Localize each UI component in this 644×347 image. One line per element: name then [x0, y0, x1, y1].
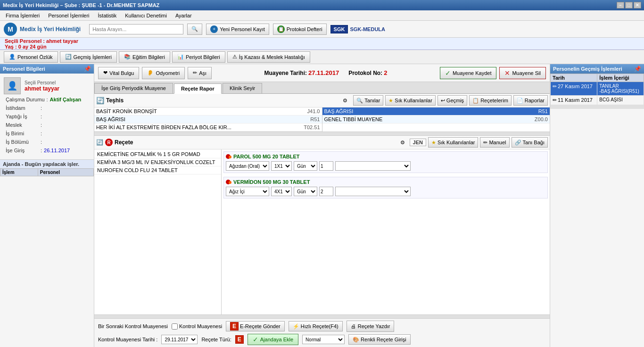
nav-gecmis-islemler[interactable]: 🔄 Geçmiş İşlemleri — [60, 51, 117, 63]
recete-turu-row: Kontrol Muayenesi Tarihi : 29.11.2017 Re… — [98, 334, 546, 345]
table-row[interactable]: BAŞ AĞRISI R51 — [322, 107, 550, 116]
drug-route-select-1[interactable]: Ağızdan (Oral) Ağız İçi IV IM — [226, 161, 269, 171]
tab-klinik-seyir[interactable]: Klinik Seyir — [223, 83, 262, 93]
list-item[interactable]: KEMİCETİNE OFTALMİK % 1 5 GR POMAD — [94, 150, 221, 158]
list-item[interactable]: KEMİVA 3 MG/3 ML IV ENJEKSİYONLUK COZELT — [94, 158, 221, 166]
recete-left: KEMİCETİNE OFTALMİK % 1 5 GR POMAD KEMİV… — [94, 149, 222, 314]
drug-period-select-2[interactable]: Gün Hafta Ay — [294, 187, 317, 196]
meslek-field: Meslek : — [4, 122, 90, 128]
star-icon-recete: ★ — [431, 140, 436, 146]
drug-note-select-2[interactable] — [335, 187, 411, 196]
tab-ise-giris[interactable]: İşe Giriş Periyodik Muayene — [94, 83, 173, 93]
recete-yazdir-btn[interactable]: 🖨 Reçete Yazdır — [347, 321, 395, 332]
muayene-tarih-block: Muayene Tarihi: 27.11.2017 — [264, 69, 339, 76]
menu-istatistik[interactable]: İstatistik — [94, 12, 121, 19]
selected-label: Seçili Personel — [25, 80, 59, 85]
egitim-icon: 📚 — [124, 54, 131, 60]
sik-kullanilanlar-teshis-btn[interactable]: ★ Sık Kullanılanlar — [385, 95, 436, 106]
muayene-sil-btn[interactable]: ✕ Muayene Sil — [499, 67, 546, 79]
drug-qty-input-1[interactable] — [319, 161, 333, 171]
history-tarih-1: ✏ 27 Kasım 2017 — [551, 82, 597, 96]
calisma-value: Aktif Çalışan — [50, 97, 82, 102]
nav-personel-ozluk[interactable]: 👤 Personel Özlük — [4, 51, 58, 63]
renkli-recete-btn[interactable]: 🎨 Renkli Reçete Girişi — [348, 334, 411, 345]
muayene-tarih-label: Muayene Tarihi: — [264, 70, 307, 76]
asi-btn[interactable]: ✏ Aşı — [188, 67, 212, 79]
personel-ozluk-icon: 👤 — [9, 54, 16, 60]
table-row[interactable]: HER İKİ ALT EKSTREMİTE BİRDEN FAZLA BÖLG… — [94, 124, 322, 132]
kontrol-checkbox[interactable] — [172, 323, 178, 330]
protokol-button[interactable]: 📋 Protokol Defteri — [273, 24, 327, 35]
drug-controls-2: Ağız İçi Ağızdan (Oral) IV IM 4X1 1X1 2X… — [226, 187, 545, 196]
name-block: Seçili Personel ahmet tayyar — [25, 80, 59, 92]
vital-bulgu-btn[interactable]: ❤ Vital Bulgu — [98, 67, 139, 79]
drug-qty-input-2[interactable] — [319, 187, 333, 196]
new-personnel-button[interactable]: + Yeni Personel Kayıt — [206, 24, 269, 35]
app-logo-icon: M — [4, 23, 17, 36]
table-row[interactable]: GENEL TIBBİ MUAYENE Z00.0 — [322, 116, 550, 124]
nav-is-kazasi[interactable]: ⚠ İş Kazası & Meslek Hastalığı — [227, 51, 310, 63]
right-panel-header: Personelin Geçmiş İşlemleri 📌 — [550, 64, 644, 74]
recetelerim-btn[interactable]: 📋 Reçetelerim — [469, 95, 512, 106]
table-row[interactable]: ✏ 11 Kasım 2017 BCG AŞISI — [551, 96, 644, 105]
drug-freq-select-2[interactable]: 4X1 1X1 2X1 3X1 — [271, 187, 292, 196]
drug-freq-select-1[interactable]: 1X1 2X1 3X1 4X1 — [271, 161, 292, 171]
teshis-title: Teşhis — [106, 97, 124, 104]
ajandaya-ekle-btn[interactable]: ✓ Ajandaya Ekle — [248, 334, 298, 345]
search-button[interactable]: 🔍 — [187, 24, 202, 35]
edit-icon-1: ✏ — [553, 83, 557, 90]
drug-route-select-2[interactable]: Ağız İçi Ağızdan (Oral) IV IM — [226, 187, 269, 196]
gecmis-icon2: ↩ — [441, 98, 445, 104]
sik-kullanilanlar-recete-btn[interactable]: ★ Sık Kullanılanlar — [428, 137, 479, 148]
is-kazasi-icon: ⚠ — [232, 54, 237, 60]
diag-code-r: Z00.0 — [497, 116, 550, 124]
logo-text: Medix İş Yeri Hekimliği — [20, 26, 81, 33]
right-panel-title: Personelin Geçmiş İşlemleri — [553, 66, 622, 72]
muayene-action-btns: ✓ Muayene Kaydet ✕ Muayene Sil — [440, 67, 546, 79]
pin-icon[interactable]: 📌 — [84, 66, 91, 72]
refresh-icon: 🔄 — [96, 97, 104, 104]
patient-name: Seçili Personel : ahmet tayyar — [5, 38, 78, 44]
drug-controls-1: Ağızdan (Oral) Ağız İçi IV IM 1X1 2X1 3X… — [226, 161, 545, 171]
menu-personel[interactable]: Personel İşlemleri — [44, 12, 93, 19]
istihdam-label: İstihdam — [6, 105, 39, 111]
agenda-col-personel: Personel — [38, 169, 93, 176]
list-item[interactable]: NUROFEN COLD FLU 24 TABLET — [94, 166, 221, 174]
odyometri-btn[interactable]: 👂 Odyometri — [142, 67, 185, 79]
e-recete-gonder-btn[interactable]: E E-Reçete Gönder — [226, 321, 285, 331]
search-input[interactable] — [89, 24, 183, 34]
close-button[interactable]: ✕ — [634, 2, 641, 8]
drug-note-select-1[interactable] — [335, 161, 411, 171]
table-row[interactable]: ✏ 27 Kasım 2017 TANILAR -BAŞ AĞRISI(R51) — [551, 82, 644, 96]
tani-bagi-btn[interactable]: 🔗 Tanı Bağı — [512, 137, 548, 148]
sgk-area: SGK SGK-MEDULA — [330, 25, 385, 33]
table-row[interactable]: BAŞ AĞRISI R51 — [94, 116, 322, 124]
tanilar-btn[interactable]: 🔍 Tanılar — [353, 95, 383, 106]
ise-giris-value: 26.11.2017 — [44, 148, 70, 153]
menu-ayarlar[interactable]: Ayarlar — [172, 12, 196, 19]
history-col-islem: İşlem İçeriği — [597, 74, 644, 82]
diag-code-r: R51 — [497, 107, 550, 116]
right-pin-icon[interactable]: 📌 — [634, 66, 641, 72]
muayene-kaydet-btn[interactable]: ✓ Muayene Kaydet — [440, 67, 497, 79]
ise-giris-label: İşe Giriş — [6, 148, 39, 153]
drug-period-select-1[interactable]: Gün Hafta Ay — [294, 161, 317, 171]
minimize-button[interactable]: − — [617, 2, 624, 8]
manuel-btn[interactable]: ✏ Manuel — [480, 137, 509, 148]
nav-egitim[interactable]: 📚 Eğitim Bilgileri — [119, 51, 170, 63]
menu-kullanici[interactable]: Kullanıcı Denetimi — [121, 12, 171, 19]
maximize-button[interactable]: □ — [625, 2, 633, 8]
table-row[interactable]: BASİT KRONİK BRONŞİT J41.0 — [94, 107, 322, 116]
menu-firma[interactable]: Firma İşlemleri — [2, 12, 43, 19]
gecmis-btn[interactable]: ↩ Geçmiş — [438, 95, 467, 106]
hizli-recete-btn[interactable]: ⚡ Hızlı Reçete(F4) — [289, 321, 343, 331]
raporlar-btn[interactable]: 📄 Raporlar — [513, 95, 548, 106]
agenda-section: Ajanda - Bugün yapılacak işler. İşlem Pe… — [0, 159, 94, 176]
window-controls: − □ ✕ — [617, 2, 641, 8]
kontrol-tarih-select[interactable]: 29.11.2017 — [161, 335, 198, 344]
teshis-left: BASİT KRONİK BRONŞİT J41.0 BAŞ AĞRISI R5… — [94, 107, 322, 132]
tab-recete-rapor[interactable]: Reçete Rapor — [174, 83, 222, 94]
is-bolumu-label: İş Bölümü — [6, 139, 39, 145]
nav-periyot[interactable]: 📊 Periyot Bilgileri — [172, 51, 225, 63]
normal-select[interactable]: Normal — [302, 335, 345, 344]
